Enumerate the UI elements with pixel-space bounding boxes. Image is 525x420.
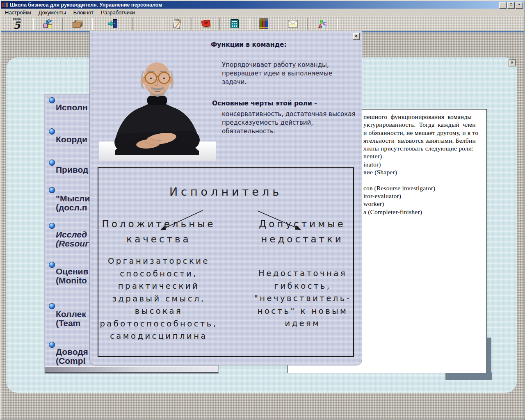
books-icon xyxy=(258,18,270,30)
functions-text: Упорядочивает работу команды, превращает… xyxy=(222,61,354,87)
toolbar-button-abc[interactable]: B C A xyxy=(308,16,336,31)
toolbar-button-exit[interactable] xyxy=(93,16,132,31)
toolbar-separator xyxy=(33,18,34,30)
sphere-bullet-icon xyxy=(49,342,55,348)
functions-heading: Функции в команде: xyxy=(211,41,287,48)
toolbar-button-books[interactable] xyxy=(250,16,277,31)
minimize-button[interactable]: _ xyxy=(499,2,507,9)
sphere-bullet-icon xyxy=(49,187,55,193)
toolbar-separator xyxy=(162,18,163,30)
sphere-bullet-icon xyxy=(49,262,55,268)
toolbar: СпОб 5 xyxy=(1,16,524,31)
toolbar-button-empty[interactable] xyxy=(134,16,162,31)
app-books-icon xyxy=(2,2,9,8)
toolbar-separator xyxy=(219,18,220,30)
toolbar-button-red-book[interactable] xyxy=(193,16,219,31)
role-panel-scrollbar[interactable] xyxy=(45,366,218,373)
toolbar-button-calculator[interactable] xyxy=(221,16,249,31)
clipboard-icon xyxy=(171,18,183,30)
toolbar-button-mail[interactable] xyxy=(279,16,307,31)
toolbar-separator xyxy=(249,18,250,30)
window-title: Школа бизнеса для руководителя. Управлен… xyxy=(10,2,162,8)
page-shadow xyxy=(445,372,492,380)
menu-bar: Настройки Документы Блокнот Разработчики xyxy=(1,9,524,16)
allowable-weaknesses-text: Недостаточная гибкость, "нечувствитель- … xyxy=(241,267,364,330)
document-text: пешного функционирования команды уктурир… xyxy=(363,113,478,216)
allowable-weaknesses-heading: Допустимые недостатки xyxy=(243,217,362,247)
sphere-bullet-icon xyxy=(49,128,55,135)
abc-letters-icon: B C A xyxy=(316,18,329,30)
toolbar-separator xyxy=(62,18,63,30)
toolbar-button-blocks[interactable] xyxy=(34,16,62,31)
toolbar-separator xyxy=(337,18,338,30)
blocks-icon xyxy=(42,18,54,30)
traits-text: консервативность, достаточная высокая пр… xyxy=(222,110,357,136)
sphere-bullet-icon xyxy=(49,303,55,309)
role-diagram: Исполнитель Положительные качества Допус… xyxy=(98,167,354,357)
toolbar-separator xyxy=(307,18,308,30)
role-detail-popup: × xyxy=(89,31,362,365)
red-book-icon xyxy=(200,18,212,30)
positive-qualities-heading: Положительные качества xyxy=(99,217,218,247)
popup-close-button[interactable]: × xyxy=(353,33,360,40)
toolbar-separator xyxy=(192,18,192,30)
folders-icon xyxy=(72,18,83,30)
traits-heading: Основные черты этой роли - xyxy=(212,100,317,107)
school-logo-icon: СпОб 5 xyxy=(13,18,21,30)
sphere-bullet-icon xyxy=(49,97,55,103)
sphere-bullet-icon xyxy=(49,160,55,166)
calculator-icon xyxy=(229,18,240,30)
mail-icon xyxy=(287,18,299,30)
menu-item-notebook[interactable]: Блокнот xyxy=(70,9,97,16)
svg-text:C: C xyxy=(323,21,326,27)
sphere-bullet-icon xyxy=(49,223,55,229)
toolbar-separator xyxy=(92,18,93,30)
content-panel-close-button[interactable]: × xyxy=(509,59,516,66)
close-button[interactable]: × xyxy=(516,2,523,9)
positive-qualities-text: Организаторские способности, практически… xyxy=(97,255,220,343)
title-bar: Школа бизнеса для руководителя. Управлен… xyxy=(1,1,524,9)
menu-item-documents[interactable]: Документы xyxy=(35,9,70,16)
menu-item-settings[interactable]: Настройки xyxy=(1,9,35,16)
toolbar-button-school-logo[interactable]: СпОб 5 xyxy=(1,16,32,31)
toolbar-separator xyxy=(278,18,278,30)
toolbar-button-folders[interactable] xyxy=(64,16,91,31)
menu-item-developers[interactable]: Разработчики xyxy=(97,9,139,16)
portrait-photo xyxy=(99,48,216,161)
maximize-button[interactable]: □ xyxy=(507,2,515,9)
exit-door-icon xyxy=(107,18,119,30)
toolbar-button-clipboard[interactable] xyxy=(163,16,191,31)
toolbar-separator xyxy=(132,18,133,30)
app-window: Школа бизнеса для руководителя. Управлен… xyxy=(0,0,525,420)
